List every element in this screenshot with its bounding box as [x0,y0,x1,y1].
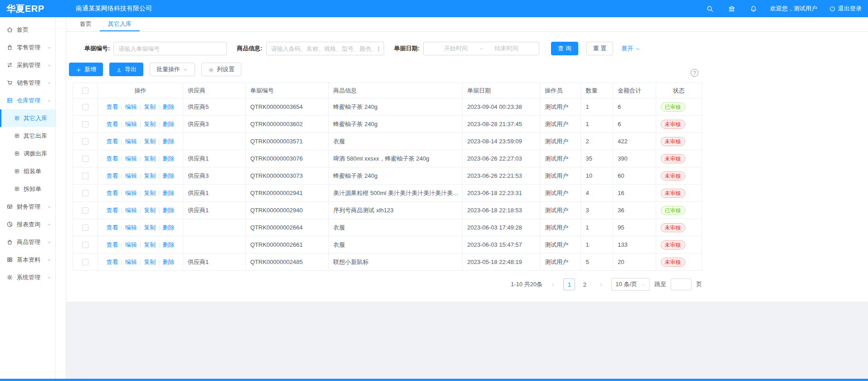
op-delete-link[interactable]: 删除 [163,259,175,265]
op-view-link[interactable]: 查看 [106,138,118,145]
column-settings-button[interactable]: 列设置 [201,63,241,76]
expand-link[interactable]: 展开 [621,44,641,53]
sidebar-item-report[interactable]: 报表查询 [0,215,55,233]
op-copy-link[interactable]: 复制 [144,190,156,196]
op-delete-link[interactable]: 删除 [163,155,175,162]
export-button[interactable]: 导出 [109,63,143,76]
row-checkbox[interactable] [82,225,88,231]
op-view-link[interactable]: 查看 [106,224,118,231]
next-page-button[interactable] [595,278,607,290]
warehouse-icon [6,97,13,104]
sidebar-item-goods[interactable]: 商品管理 [0,233,55,251]
op-edit-link[interactable]: 编辑 [125,103,137,110]
jump-page-input[interactable] [671,278,692,290]
op-delete-link[interactable]: 删除 [163,207,175,214]
op-edit-link[interactable]: 编辑 [125,241,137,248]
op-delete-link[interactable]: 删除 [163,138,175,145]
date-range-input[interactable]: 开始时间 ~ 结束时间 [423,42,539,55]
row-checkbox[interactable] [82,259,88,265]
select-all-checkbox[interactable] [82,88,88,94]
sidebar-item-basic[interactable]: 基本资料 [0,251,55,269]
sidebar-subitem-disassembly[interactable]: 拆卸单 [0,180,55,198]
op-edit-link[interactable]: 编辑 [125,155,137,162]
op-view-link[interactable]: 查看 [106,103,118,110]
sidebar-item-sales[interactable]: 销售管理 [0,74,55,92]
bell-icon[interactable] [748,4,758,14]
op-delete-link[interactable]: 删除 [163,241,175,248]
op-copy-link[interactable]: 复制 [144,224,156,231]
row-checkbox[interactable] [82,156,88,162]
sidebar-item-retail[interactable]: 零售管理 [0,39,55,56]
chevron-down-icon [47,45,52,50]
logout-button[interactable]: 退出登录 [829,5,862,13]
op-copy-link[interactable]: 复制 [144,103,156,110]
page-button-2[interactable]: 2 [579,278,590,290]
row-checkbox[interactable] [82,207,88,214]
header-date: 单据日期 [463,83,540,98]
op-copy-link[interactable]: 复制 [144,172,156,179]
bank-icon[interactable] [727,4,736,14]
cell-operator: 测试用户 [540,116,581,133]
op-delete-link[interactable]: 删除 [163,172,175,179]
goods-info-input[interactable] [266,42,384,55]
op-copy-link[interactable]: 复制 [144,259,156,265]
row-checkbox[interactable] [82,138,88,145]
bill-no-input[interactable] [113,42,227,55]
search-icon[interactable] [705,4,715,14]
sidebar-item-warehouse[interactable]: 仓库管理 [0,92,55,109]
sidebar-subitem-assembly[interactable]: 组装单 [0,162,55,180]
batch-operations-button[interactable]: 批量操作 [150,63,195,76]
op-delete-link[interactable]: 删除 [163,190,175,196]
cell-goods: 联想小新鼠标 [328,254,462,271]
op-view-link[interactable]: 查看 [106,121,118,127]
sidebar-item-home[interactable]: 首页 [0,21,55,39]
op-delete-link[interactable]: 删除 [163,121,175,127]
row-checkbox[interactable] [82,242,88,248]
op-view-link[interactable]: 查看 [106,259,118,265]
tab-other-inbound[interactable]: 其它入库 [100,17,140,31]
op-edit-link[interactable]: 编辑 [125,138,137,145]
sidebar-subitem-other-outbound[interactable]: 其它出库 [0,127,55,145]
page-size-select[interactable]: 10 条/页 [611,278,650,291]
help-icon[interactable]: ? [691,69,698,77]
pagination: 1-10 共20条 12 10 条/页 跳至 页 [73,278,702,291]
op-delete-link[interactable]: 删除 [163,103,175,110]
prev-page-button[interactable] [547,278,559,290]
op-edit-link[interactable]: 编辑 [125,172,137,179]
tab-home[interactable]: 首页 [72,17,100,31]
op-edit-link[interactable]: 编辑 [125,207,137,214]
op-view-link[interactable]: 查看 [106,241,118,248]
op-copy-link[interactable]: 复制 [144,241,156,248]
add-button[interactable]: 新增 [69,63,103,76]
op-view-link[interactable]: 查看 [106,190,118,196]
op-copy-link[interactable]: 复制 [144,138,156,145]
sidebar-subitem-transfer-outbound[interactable]: 调拨出库 [0,145,55,162]
op-view-link[interactable]: 查看 [106,155,118,162]
sidebar-subitem-other-inbound[interactable]: 其它入库 [0,109,55,127]
row-checkbox[interactable] [82,104,88,110]
op-copy-link[interactable]: 复制 [144,155,156,162]
op-view-link[interactable]: 查看 [106,207,118,214]
header-amount: 金额合计 [613,83,656,98]
sidebar-item-finance[interactable]: 财务管理 [0,198,55,215]
op-delete-link[interactable]: 删除 [163,224,175,231]
op-edit-link[interactable]: 编辑 [125,190,137,196]
op-edit-link[interactable]: 编辑 [125,224,137,231]
bank-icon [728,5,736,13]
reset-button[interactable]: 重 置 [586,42,614,55]
op-edit-link[interactable]: 编辑 [125,259,137,265]
op-separator: | [140,190,141,196]
cell-bill-no: QTRK00000003654 [245,98,328,116]
sidebar-item-system[interactable]: 系统管理 [0,269,55,286]
op-copy-link[interactable]: 复制 [144,207,156,214]
op-edit-link[interactable]: 编辑 [125,121,137,127]
search-button[interactable]: 查 询 [551,42,578,55]
op-view-link[interactable]: 查看 [106,172,118,179]
row-checkbox[interactable] [82,121,88,127]
row-checkbox[interactable] [82,173,88,179]
page-button-1[interactable]: 1 [563,278,575,290]
row-checkbox[interactable] [82,190,88,196]
sidebar-item-purchase[interactable]: 采购管理 [0,56,55,74]
op-copy-link[interactable]: 复制 [144,121,156,127]
cell-amount: 16 [613,185,656,202]
